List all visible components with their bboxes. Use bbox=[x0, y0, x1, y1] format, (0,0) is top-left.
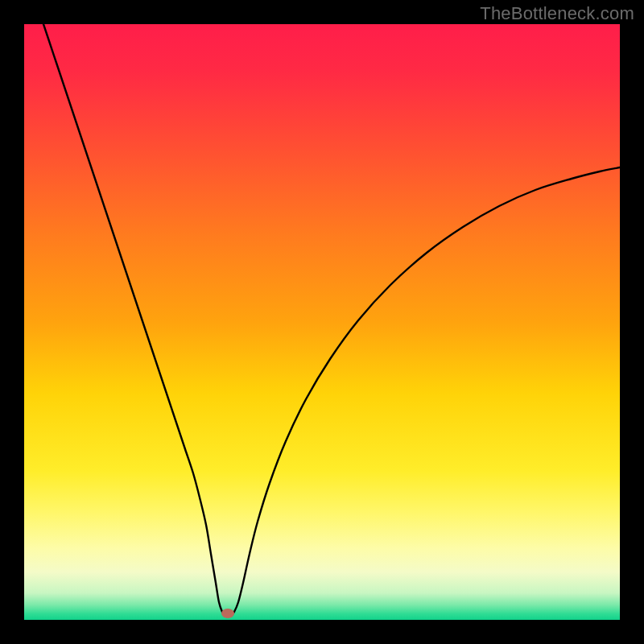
bottleneck-chart bbox=[0, 0, 644, 644]
chart-frame: TheBottleneck.com bbox=[0, 0, 644, 644]
plot-background bbox=[24, 24, 620, 620]
optimal-point-marker bbox=[221, 609, 234, 618]
watermark-text: TheBottleneck.com bbox=[480, 3, 634, 24]
